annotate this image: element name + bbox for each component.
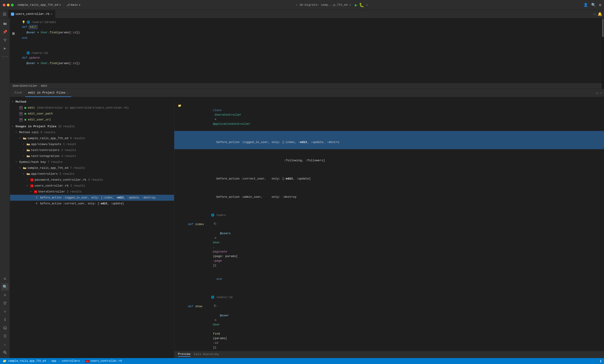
- preview-route-users-id: 🌐 /users/:id: [174, 290, 604, 304]
- statusbar-folder-icon: 📁: [3, 359, 6, 363]
- sidebar-item-info[interactable]: ℹ: [1, 316, 9, 323]
- folder-test-integration[interactable]: › test/integration 3 results: [10, 153, 174, 159]
- panel-tab-close-icon[interactable]: ✕: [67, 91, 68, 94]
- preview-line-show: def show: [174, 304, 604, 309]
- close-button[interactable]: [3, 4, 5, 6]
- sidebar-item-git[interactable]: [1, 37, 9, 44]
- folder-test-controllers[interactable]: › test/controllers 2 results: [10, 147, 174, 153]
- sidebar-item-search[interactable]: 🔍: [1, 283, 9, 290]
- sidebar-item-git2[interactable]: [1, 300, 9, 307]
- sidebar-item-terminal[interactable]: [1, 324, 9, 332]
- green-dot: [25, 107, 26, 109]
- result-line-4[interactable]: 4 before_action :correct_user, only: [:e…: [10, 201, 174, 207]
- tab-close-icon[interactable]: ✕: [51, 12, 52, 16]
- sidebar-item-pin[interactable]: 📌: [1, 28, 9, 36]
- group-sample-rails-2[interactable]: ▾ sample_rails_app_7th_ed 7 results: [10, 165, 174, 171]
- section-method[interactable]: ▾ Method: [10, 99, 174, 105]
- tab-find[interactable]: Find: [12, 89, 25, 97]
- section-usages[interactable]: ▾ Usages in Project Files 13 results: [10, 124, 174, 129]
- svg-line-11: [5, 303, 6, 304]
- sidebar-item-list[interactable]: ☰: [1, 333, 9, 340]
- bookmark-icon[interactable]: [12, 32, 15, 37]
- scrollbar-thumb[interactable]: [602, 19, 604, 37]
- tabbar-actions: ⋯ 🔔: [593, 12, 602, 16]
- code-lines: 💡 🌐 /users/:id/edit def edit @user = Use…: [20, 18, 604, 83]
- run-button[interactable]: ▶: [355, 2, 357, 8]
- result-edit-user-path[interactable]: m edit_user_path: [10, 111, 174, 117]
- statusbar-project[interactable]: sample_rails_app_7th_ed: [8, 359, 46, 363]
- method-icon: m: [19, 106, 23, 110]
- tab-edit-in-project-files[interactable]: edit in Project Files ✕: [25, 89, 71, 97]
- settings-icon[interactable]: ⚙️: [599, 3, 601, 7]
- editor-area: 💡 🌐 /users/:id/edit def edit @user = Use…: [10, 18, 604, 358]
- debug-button[interactable]: 🐛: [359, 2, 364, 8]
- preview-tab-preview[interactable]: Preview: [178, 352, 190, 357]
- preview-panel: 📁 class UsersController < ApplicationCon…: [174, 97, 604, 358]
- folder-icon-6: [26, 172, 30, 176]
- statusbar-app[interactable]: app: [51, 359, 56, 363]
- statusbar-controllers[interactable]: controllers: [62, 359, 80, 363]
- more-button[interactable]: ⋯: [366, 3, 368, 7]
- sidebar-item-folder[interactable]: [1, 20, 9, 27]
- controller-icon: rb: [34, 190, 38, 194]
- minimize-button[interactable]: [7, 4, 10, 6]
- class-users-controller[interactable]: ▾ rb UsersController 2 results: [10, 189, 174, 195]
- sidebar-item-warning[interactable]: ⚠: [1, 341, 9, 348]
- result-edit[interactable]: m edit (UsersController in app/controlle…: [10, 105, 174, 111]
- sidebar-item-run[interactable]: ▶: [1, 45, 9, 52]
- search-icon[interactable]: 🔍: [591, 3, 596, 7]
- panel-collapse-icon[interactable]: —: [600, 91, 602, 95]
- green-dot-3: [25, 119, 26, 121]
- sidebar-item-play[interactable]: ⊙: [1, 291, 9, 299]
- svg-point-4: [5, 39, 6, 40]
- preview-line-user-find: @user = User . find (params[ :id ]): [174, 309, 604, 351]
- method-icon-3: m: [19, 118, 23, 122]
- main-layout: 📌 ▶ ··· ⚙ 🔍 ⊙ ✕ ℹ ☰ ⚠ 🔌: [0, 18, 604, 358]
- tab-users-controller[interactable]: rb users_controller.rb ✕: [8, 10, 55, 18]
- code-editor: 💡 🌐 /users/:id/edit def edit @user = Use…: [10, 18, 604, 89]
- scrollbar[interactable]: [602, 18, 604, 83]
- result-edit-user-url[interactable]: m edit_user_url: [10, 117, 174, 123]
- svg-rect-15: [214, 223, 216, 225]
- maximize-button[interactable]: [11, 4, 14, 6]
- sidebar-item-settings[interactable]: ⚙: [1, 275, 9, 282]
- ruby-icon-1: rb: [30, 178, 34, 182]
- subsection-method-call[interactable]: ▾ Method call 6 results: [10, 129, 174, 136]
- group-sample-rails[interactable]: ▾ sample_rails_app_7th_ed 6 results: [10, 136, 174, 141]
- titlebar: sample_rails_app_7th_ed ▾ · ⎇ main ▾ ⚡ d…: [0, 0, 604, 10]
- sidebar-item-cancel[interactable]: ✕: [1, 308, 9, 315]
- preview-line-paginate: @users = User . paginate (page: params[ …: [174, 227, 604, 272]
- statusbar-info-icon[interactable]: ℹ: [600, 359, 601, 363]
- green-dot-2: [25, 113, 26, 115]
- result-line-2[interactable]: 2 before_action :logged_in_user, only: […: [10, 195, 174, 201]
- subsection-symbol-hash[interactable]: ▾ Symbol/hash key 7 results: [10, 159, 174, 165]
- svg-point-8: [4, 302, 5, 303]
- sidebar-toggle[interactable]: [2, 12, 7, 17]
- project-name[interactable]: sample_rails_app_7th_ed ▾: [17, 3, 61, 7]
- tabbar-more-icon[interactable]: ⋯: [593, 12, 596, 16]
- folder-app-views-layouts[interactable]: › app/views/layouts 1 result: [10, 141, 174, 147]
- panel-content: ▾ Method m edit (UsersController in app/…: [10, 97, 604, 358]
- statusbar-filename[interactable]: users_controller.rb: [91, 359, 122, 363]
- branch-info[interactable]: ⎇ main ▾: [66, 3, 80, 7]
- preview-line-end1: end: [174, 272, 604, 286]
- preview-line-ba2: before_action :correct_user, only: [:edi…: [174, 167, 604, 186]
- panel-more-icon[interactable]: ⋯: [596, 91, 598, 95]
- svg-rect-1: [3, 14, 6, 14]
- folder-icon: [23, 137, 26, 140]
- svg-rect-16: [214, 305, 216, 307]
- preview-tab-call-hierarchy[interactable]: Call Hierarchy: [194, 352, 219, 356]
- panel-tabs: Find edit in Project Files ✕ ⋯ —: [10, 89, 604, 97]
- code-line-find2: @user = User.find(params[:id]): [20, 61, 604, 66]
- sidebar-item-plugin[interactable]: 🔌: [1, 349, 9, 356]
- file-users-controller[interactable]: ▾ rb users_controller.rb 2 results: [10, 183, 174, 189]
- notification-icon[interactable]: 🔔: [598, 12, 602, 16]
- ruby-file-icon: rb: [11, 13, 14, 16]
- left-sidebar: 📌 ▶ ··· ⚙ 🔍 ⊙ ✕ ℹ ☰ ⚠ 🔌: [0, 18, 10, 358]
- ruby-icon-2: rb: [30, 184, 34, 188]
- file-password-resets[interactable]: › rb password_resets_controller.rb 3 res…: [10, 177, 174, 183]
- sidebar-item-more[interactable]: ···: [1, 53, 9, 60]
- account-icon[interactable]: 👤: [583, 3, 588, 7]
- folder-app-controllers[interactable]: ▾ app/controllers 5 results: [10, 171, 174, 177]
- svg-rect-0: [3, 13, 6, 13]
